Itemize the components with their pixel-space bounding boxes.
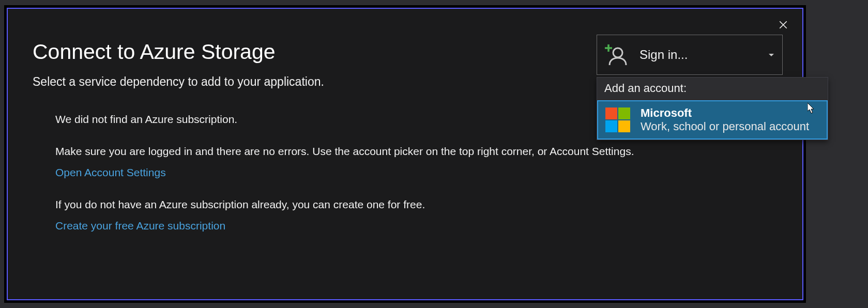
account-option-desc: Work, school or personal account [641,120,809,133]
account-option-microsoft[interactable]: Microsoft Work, school or personal accou… [597,100,828,140]
sign-in-dropdown[interactable]: Sign in... [597,35,783,75]
dialog-title: Connect to Azure Storage [33,40,276,64]
sign-in-label: Sign in... [639,48,769,62]
svg-point-0 [613,48,622,57]
dialog-subtitle: Select a service dependency to add to yo… [33,75,324,89]
create-free-subscription-link[interactable]: Create your free Azure subscription [55,220,225,232]
add-user-icon [604,43,627,66]
account-option-name: Microsoft [641,106,809,120]
close-button[interactable] [775,18,791,34]
logged-in-hint-text: Make sure you are logged in and there ar… [55,143,776,160]
connect-azure-storage-dialog: Connect to Azure Storage Select a servic… [7,8,803,300]
chevron-down-icon [769,54,774,56]
open-account-settings-link[interactable]: Open Account Settings [55,166,166,178]
microsoft-logo-icon [605,107,630,132]
dropdown-header: Add an account: [597,78,828,100]
account-dropdown-menu: Add an account: Microsoft Work, school o… [597,77,828,140]
no-subscription-hint-text: If you do not have an Azure subscription… [55,196,776,213]
